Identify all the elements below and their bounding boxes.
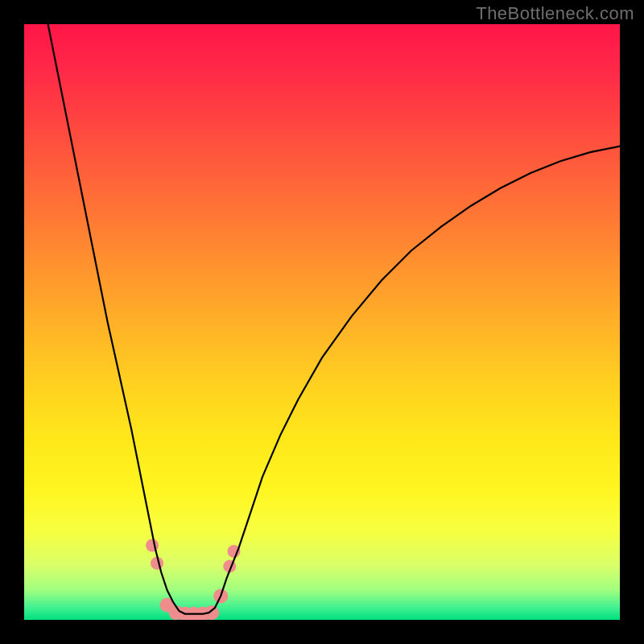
chart-frame: TheBottleneck.com [0, 0, 644, 644]
bottleneck-curve [48, 24, 620, 614]
marker-dot [146, 539, 159, 552]
watermark-text: TheBottleneck.com [476, 3, 634, 24]
plot-area [24, 24, 620, 620]
chart-svg [24, 24, 620, 620]
